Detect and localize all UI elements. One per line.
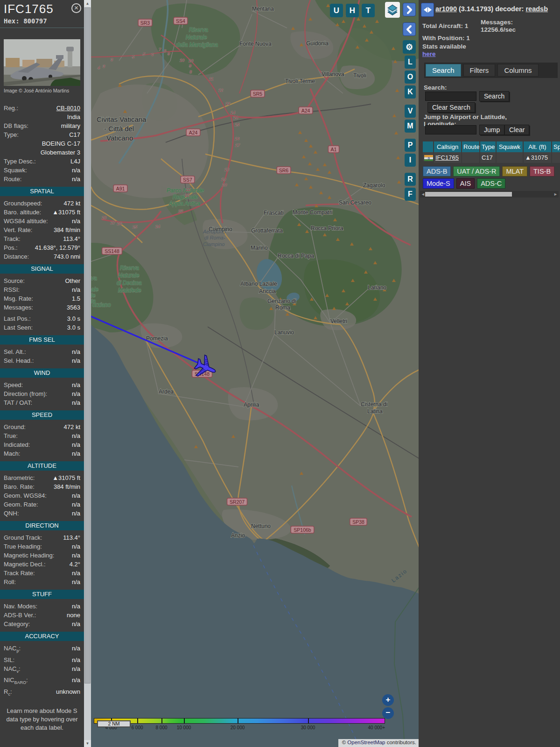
- data-row: Mach:n/a: [0, 449, 84, 458]
- map-button-p[interactable]: P: [405, 139, 416, 152]
- road-number: 4: [98, 65, 100, 70]
- clear-jump-button[interactable]: Clear: [504, 125, 529, 135]
- tar1090-link[interactable]: ar1090: [435, 5, 457, 13]
- clear-search-button[interactable]: Clear Search: [427, 102, 475, 113]
- data-label: Sel. Head.:: [4, 356, 34, 365]
- panel-width-toggle-button[interactable]: [421, 3, 434, 17]
- scroll-right-icon[interactable]: ►: [553, 192, 558, 197]
- data-row: Type Desc.:L4J: [0, 157, 84, 166]
- column-header[interactable]: Alt. (ft): [524, 141, 551, 152]
- data-value: n/a: [72, 389, 80, 398]
- map-label: Civitas Vaticana: [97, 115, 147, 123]
- filter-ais[interactable]: AIS: [456, 178, 475, 189]
- column-header[interactable]: [423, 141, 433, 152]
- column-header[interactable]: Type: [480, 141, 496, 152]
- search-input[interactable]: [425, 92, 476, 101]
- jump-button[interactable]: Jump: [479, 125, 504, 135]
- layers-button[interactable]: [385, 2, 400, 18]
- map-button-r[interactable]: R: [405, 173, 416, 186]
- scroll-left-icon[interactable]: ◄: [421, 192, 425, 197]
- filter-tis-b[interactable]: TIS-B: [530, 166, 554, 176]
- column-header[interactable]: Squawk: [497, 141, 523, 152]
- data-row: Source:Other: [0, 276, 84, 285]
- data-row: True Heading:n/a: [0, 542, 84, 551]
- collapse-sidebar-button[interactable]: [403, 22, 416, 36]
- app-title: ar1090 (3.14.1793) decoder: readsb: [435, 5, 559, 13]
- data-label: True:: [4, 431, 18, 440]
- data-row: Ground Track:113.4°: [0, 533, 84, 542]
- filter-ads-b[interactable]: ADS-B: [423, 166, 451, 176]
- aircraft-list-panel: ar1090 (3.14.1793) decoder: readsb Total…: [419, 0, 560, 747]
- zoom-in-button[interactable]: +: [382, 694, 394, 706]
- data-row: Globemaster 3: [0, 148, 84, 157]
- jump-input[interactable]: [425, 125, 476, 134]
- map-label: Latina: [367, 408, 383, 415]
- map-button-l[interactable]: L: [405, 56, 416, 69]
- filter-uat-ads-r[interactable]: UAT / ADS-R: [453, 166, 500, 176]
- road-number: 24: [155, 224, 160, 229]
- table-horizontal-scrollbar[interactable]: ◄ ►: [420, 191, 559, 197]
- stats-here-link[interactable]: here: [422, 50, 436, 57]
- data-value: n/a: [72, 175, 80, 183]
- map-label: Nettuno: [251, 523, 271, 529]
- search-button[interactable]: Search: [479, 91, 509, 101]
- data-label: QNH:: [4, 509, 19, 518]
- altitude-legend: 4 0006 0008 00010 00020 00030 000 40 000…: [94, 718, 385, 732]
- jump-label-line1: Jump to Airport or Latitude,: [424, 113, 507, 120]
- column-header[interactable]: Route: [462, 141, 479, 152]
- filter-mlat[interactable]: MLAT: [502, 166, 527, 176]
- map-button-i[interactable]: I: [405, 154, 416, 167]
- road-number: 13: [225, 101, 230, 106]
- map-button-m[interactable]: M: [405, 120, 416, 133]
- road-badge: A24: [299, 107, 313, 114]
- row-cell[interactable]: IFC1765: [434, 152, 461, 163]
- data-label: Geom. Rate:: [4, 500, 38, 509]
- tab-filters[interactable]: Filters: [463, 64, 496, 77]
- column-header[interactable]: Spe: [552, 141, 560, 152]
- svg-text:SR3: SR3: [140, 20, 150, 26]
- tab-columns[interactable]: Columns: [497, 64, 538, 77]
- data-label: Speed:: [4, 381, 23, 389]
- chevron-left-icon: [405, 25, 413, 34]
- data-value: n/a: [72, 664, 80, 676]
- close-icon[interactable]: ✕: [71, 3, 81, 13]
- scrollbar-thumb[interactable]: [84, 7, 91, 684]
- tab-search[interactable]: Search: [426, 64, 461, 77]
- readsb-link[interactable]: readsb: [525, 5, 548, 13]
- data-value: n/a: [72, 551, 80, 560]
- data-value: L4J: [70, 157, 80, 166]
- zoom-out-button[interactable]: −: [382, 707, 394, 719]
- road-badge: SR3: [138, 19, 152, 26]
- settings-button[interactable]: ⚙: [403, 40, 416, 54]
- map-label: Tivoli Terme: [285, 78, 315, 85]
- map-button-t[interactable]: T: [362, 4, 375, 17]
- scroll-down-icon[interactable]: ▼: [84, 740, 91, 747]
- road-number: 14: [233, 115, 238, 120]
- scroll-up-icon[interactable]: ▲: [84, 0, 91, 7]
- expand-panel-button[interactable]: [403, 3, 416, 16]
- filter-ads-c[interactable]: ADS-C: [477, 178, 505, 189]
- map-label: orziano: [92, 302, 111, 308]
- data-value: 384 ft/min: [54, 482, 80, 491]
- map-button-k[interactable]: K: [405, 85, 416, 99]
- hscroll-thumb[interactable]: [425, 192, 512, 197]
- data-value: CB-8010: [56, 104, 80, 113]
- road-number: 17: [235, 143, 240, 148]
- osm-link[interactable]: OpenStreetMap: [347, 740, 385, 745]
- map-button-o[interactable]: O: [405, 70, 416, 84]
- filter-mode-s[interactable]: Mode-S: [423, 178, 454, 189]
- filter-row: Mode-SAISADS-C: [423, 178, 558, 189]
- map-button-f[interactable]: F: [405, 188, 416, 201]
- map-button-h[interactable]: H: [346, 4, 359, 17]
- road-number: 18: [224, 167, 229, 172]
- aircraft-row[interactable]: IFC1765C17▲31075: [423, 152, 560, 163]
- map-canvas[interactable]: MentanaFonte NuovaGuidoniaVillanovaTivol…: [91, 0, 419, 747]
- road-number: 10: [189, 58, 193, 63]
- data-value: unknown: [56, 687, 80, 699]
- map-button-u[interactable]: U: [330, 4, 343, 17]
- data-row: Magnetic Decl.:4.2°: [0, 560, 84, 569]
- data-label: Type:: [4, 130, 19, 139]
- column-header[interactable]: Callsign: [434, 141, 461, 152]
- map-button-v[interactable]: V: [405, 105, 416, 118]
- sidebar-scrollbar[interactable]: ▲ ▼: [84, 0, 91, 747]
